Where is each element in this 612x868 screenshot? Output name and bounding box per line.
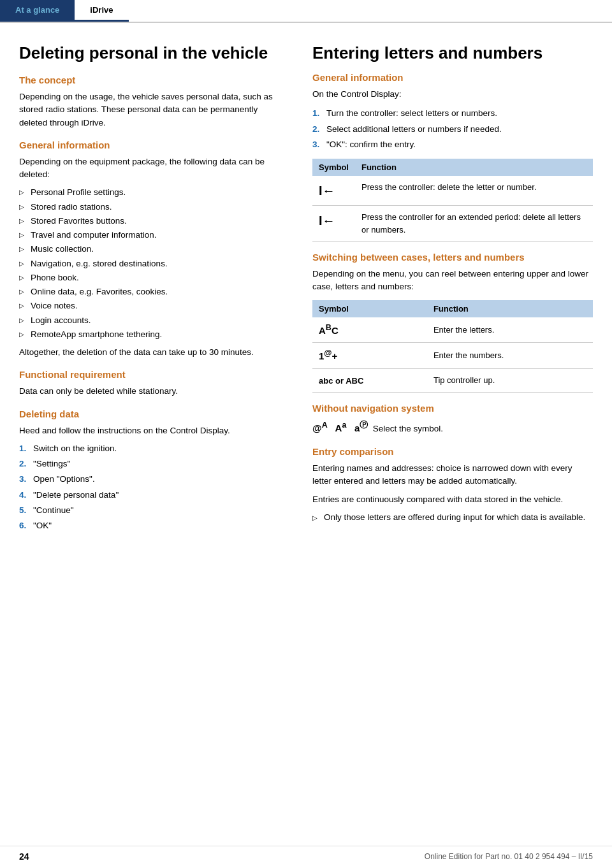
step-number: 2. [19, 458, 33, 470]
list-item: Navigation, e.g. stored destinations. [19, 257, 287, 270]
list-item: Travel and computer information. [19, 229, 287, 242]
step-text: Open "Options". [33, 473, 95, 486]
table-row: ABC Enter the letters. [312, 317, 593, 343]
without-nav-text: @A Aa aⓅ Select the symbol. [312, 419, 593, 436]
list-item: Stored Favorites buttons. [19, 215, 287, 228]
entering-steps-list: 1. Turn the controller: select letters o… [312, 107, 593, 151]
step-text: "OK" [33, 519, 52, 532]
number-symbol: 1@+ [319, 351, 337, 361]
list-item: RemoteApp smartphone tethering. [19, 328, 287, 341]
main-content: Deleting personal in the vehicle The con… [0, 23, 612, 563]
step-number: 5. [19, 504, 33, 517]
step-item: 6. "OK" [19, 519, 287, 532]
abc-or-ABC-symbol: abc or ABC [319, 376, 363, 386]
deletion-time-note: Altogether, the deletion of the data can… [19, 346, 287, 359]
step-text: Switch on the ignition. [33, 442, 117, 455]
step-item: 5. "Continue" [19, 504, 287, 517]
step-text: "Settings" [33, 458, 70, 470]
function-cell: Press the controller: delete the letter … [355, 176, 593, 206]
step-item: 2. Select additional letters or numbers … [312, 123, 593, 136]
list-item: Personal Profile settings. [19, 186, 287, 199]
list-item: Only those letters are offered during in… [312, 511, 593, 524]
list-item: Login accounts. [19, 314, 287, 327]
section-heading-deleting-data: Deleting data [19, 409, 287, 419]
left-column: Deleting personal in the vehicle The con… [19, 43, 287, 537]
deleting-data-intro: Heed and follow the instructions on the … [19, 424, 287, 437]
function-cell: Enter the numbers. [427, 343, 593, 369]
list-item: Voice notes. [19, 300, 287, 312]
section-heading-general-info: General information [19, 140, 287, 150]
entry-comparison-text1: Entering names and addresses: choice is … [312, 462, 593, 488]
function-cell: Tip controller up. [427, 368, 593, 393]
table-row: abc or ABC Tip controller up. [312, 368, 593, 393]
section-heading-concept: The concept [19, 75, 287, 85]
deleting-steps-list: 1. Switch on the ignition. 2. "Settings"… [19, 442, 287, 533]
nav-item-idrive[interactable]: iDrive [75, 0, 128, 22]
table-header-symbol: Symbol [312, 159, 355, 176]
right-section-heading-without-nav: Without navigation system [312, 403, 593, 414]
select-symbol-text: Select the symbol. [373, 424, 443, 433]
function-cell: Press the controller for an extended per… [355, 206, 593, 242]
general-info-intro: Depending on the equipment package, the … [19, 156, 287, 182]
symbol-cell: I← [312, 176, 355, 206]
right-section-heading-general: General information [312, 72, 593, 83]
control-display-intro: On the Control Display: [312, 88, 593, 101]
deletable-data-list: Personal Profile settings. Stored radio … [19, 186, 287, 341]
step-text: "Continue" [33, 504, 74, 517]
table-row: I← Press the controller: delete the lett… [312, 176, 593, 206]
step-item: 1. Switch on the ignition. [19, 442, 287, 455]
cases-intro: Depending on the menu, you can reel betw… [312, 268, 593, 294]
entry-comparison-text2: Entries are continuously compared with d… [312, 493, 593, 506]
concept-text: Depending on the usage, the vehicle save… [19, 90, 287, 129]
table-header-symbol: Symbol [312, 300, 427, 317]
table-row: I← Press the controller for an extended … [312, 206, 593, 242]
abc-symbol: ABC [319, 325, 339, 336]
table-header-function: Function [355, 159, 593, 176]
step-item: 2. "Settings" [19, 458, 287, 470]
step-number: 1. [19, 442, 33, 455]
symbol-cell: abc or ABC [312, 368, 427, 393]
list-item: Music collection. [19, 243, 287, 256]
table-row: 1@+ Enter the numbers. [312, 343, 593, 369]
step-text: "Delete personal data" [33, 489, 119, 502]
nav-symbols: @A Aa aⓅ [312, 423, 368, 433]
step-item: 1. Turn the controller: select letters o… [312, 107, 593, 120]
step-number: 1. [312, 107, 326, 120]
symbol-cell: ABC [312, 317, 427, 343]
top-navigation: At a glance iDrive [0, 0, 612, 23]
symbol-cell: 1@+ [312, 343, 427, 369]
step-number: 2. [312, 123, 326, 136]
nav-item-at-a-glance[interactable]: At a glance [0, 0, 75, 22]
step-number: 6. [19, 519, 33, 532]
list-item: Online data, e.g. Favorites, cookies. [19, 286, 287, 298]
step-number: 3. [312, 138, 326, 151]
step-item: 4. "Delete personal data" [19, 489, 287, 502]
step-item: 3. "OK": confirm the entry. [312, 138, 593, 151]
step-number: 4. [19, 489, 33, 502]
right-section-heading-entry-comparison: Entry comparison [312, 446, 593, 457]
symbol-cell: I← [312, 206, 355, 242]
step-text: Select additional letters or numbers if … [326, 123, 502, 136]
functional-req-text: Data can only be deleted while stationar… [19, 385, 287, 398]
page-title-left: Deleting personal in the vehicle [19, 43, 287, 63]
page-number: 24 [19, 851, 29, 862]
step-item: 3. Open "Options". [19, 473, 287, 486]
entry-bullet-list: Only those letters are offered during in… [312, 511, 593, 524]
page-title-right: Entering letters and numbers [312, 43, 593, 63]
table-header-function: Function [427, 300, 593, 317]
footer-text: Online Edition for Part no. 01 40 2 954 … [425, 852, 593, 861]
symbol-function-table: Symbol Function I← Press the controller:… [312, 159, 593, 242]
list-item: Phone book. [19, 271, 287, 284]
section-heading-functional-req: Functional requirement [19, 369, 287, 380]
step-text: Turn the controller: select letters or n… [326, 107, 497, 120]
page-footer: 24 Online Edition for Part no. 01 40 2 9… [0, 846, 612, 862]
list-item: Stored radio stations. [19, 201, 287, 213]
right-column: Entering letters and numbers General inf… [312, 43, 593, 537]
right-section-heading-cases: Switching between cases, letters and num… [312, 252, 593, 263]
step-text: "OK": confirm the entry. [326, 138, 416, 151]
function-cell: Enter the letters. [427, 317, 593, 343]
step-number: 3. [19, 473, 33, 486]
cases-table: Symbol Function ABC Enter the letters. 1… [312, 300, 593, 393]
